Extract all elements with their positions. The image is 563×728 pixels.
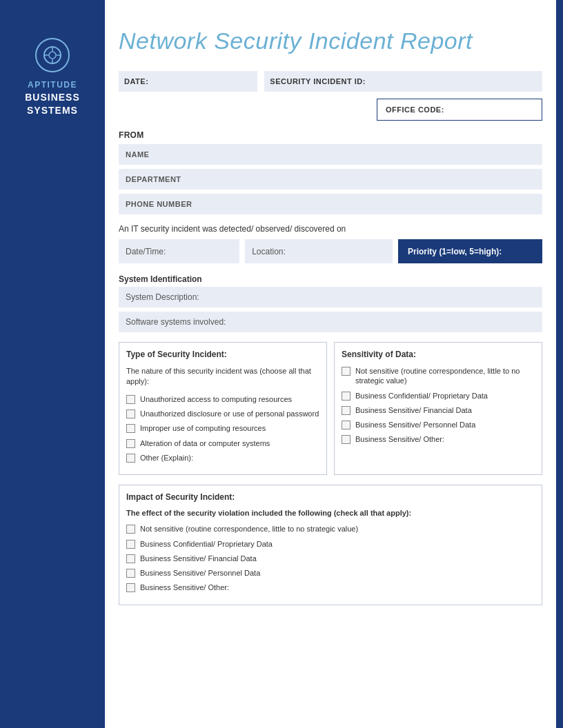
company-name: APTITUDE BUSINESS SYSTEMS [25,79,80,118]
report-title: Network Security Incident Report [119,28,542,54]
sensitivity-box: Sensitivity of Data: Not sensitive (rout… [334,342,542,475]
datetime-label: Date/Time: [126,247,166,256]
checkbox-impact-1[interactable] [126,540,135,549]
incident-label-1: Unauthorized disclosure or use of person… [140,409,319,418]
sidebar: APTITUDE BUSINESS SYSTEMS [0,0,105,728]
checkbox-sensitivity-1[interactable] [342,392,350,401]
checkbox-incident-1[interactable] [126,410,135,418]
incident-label-2: Improper use of computing resources [140,423,266,433]
department-field[interactable]: DEPARTMENT [119,169,542,190]
checkbox-sensitivity-3[interactable] [342,421,350,429]
name-field[interactable]: NAME [119,144,542,165]
two-col-section: Type of Security Incident: The nature of… [119,342,542,475]
datetime-field[interactable]: Date/Time: [119,239,239,263]
checkbox-incident-4[interactable] [126,454,135,463]
incident-type-box: Type of Security Incident: The nature of… [119,342,327,475]
company-logo-icon [35,38,70,72]
checkbox-impact-3[interactable] [126,569,135,578]
scrollbar[interactable] [556,0,563,728]
location-label: Location: [252,247,286,256]
checkbox-incident-0[interactable] [126,395,135,404]
date-label: DATE: [124,77,148,85]
checkbox-sensitivity-4[interactable] [342,435,350,444]
effect-text: The effect of the security violation inc… [126,509,535,517]
phone-label: PHONE NUMBER [126,200,192,208]
list-item: Business Sensitive/ Financial Data [342,405,535,415]
list-item: Not sensitive (routine correspondence, l… [126,524,535,534]
sensitivity-label-0: Not sensitive (routine correspondence, l… [355,366,535,386]
impact-label-3: Business Sensitive/ Personnel Data [140,568,260,578]
checkbox-sensitivity-2[interactable] [342,406,350,415]
incident-label-4: Other (Explain): [140,453,193,463]
sensitivity-label-2: Business Sensitive/ Financial Data [355,405,472,415]
incident-id-block: SECURITY INCIDENT ID: [264,71,542,92]
list-item: Business Sensitive/ Personnel Data [126,568,535,578]
software-field[interactable]: Software systems involved: [119,312,542,332]
impact-label-2: Business Sensitive/ Financial Data [140,554,257,563]
list-item: Business Sensitive/ Other: [126,583,535,592]
date-incident-row: DATE: SECURITY INCIDENT ID: [119,71,542,92]
system-description-label: System Description: [126,292,199,302]
company-line3: SYSTEMS [25,104,80,118]
office-code-field[interactable]: OFFICE CODE: [377,99,542,121]
main-content: Network Security Incident Report DATE: S… [105,0,556,629]
list-item: Business Sensitive/ Personnel Data [342,420,535,429]
office-code-row: OFFICE CODE: [119,99,542,121]
date-field[interactable]: DATE: [119,71,257,92]
incident-type-title: Type of Security Incident: [126,350,319,359]
list-item: Business Confidential/ Proprietary Data [342,391,535,401]
impact-label-1: Business Confidential/ Proprietary Data [140,539,273,549]
location-field[interactable]: Location: [245,239,393,263]
list-item: Unauthorized disclosure or use of person… [126,409,319,418]
sensitivity-label-3: Business Sensitive/ Personnel Data [355,420,475,429]
checkbox-incident-2[interactable] [126,424,135,433]
from-label: FROM [119,130,542,140]
impact-title: Impact of Security Incident: [126,492,535,502]
list-item: Business Confidential/ Proprietary Data [126,539,535,549]
priority-label: Priority (1=low, 5=high): [408,247,502,256]
list-item: Alteration of data or computer systems [126,438,319,448]
checkbox-incident-3[interactable] [126,439,135,448]
list-item: Other (Explain): [126,453,319,463]
list-item: Not sensitive (routine correspondence, l… [342,366,535,386]
impact-label-0: Not sensitive (routine correspondence, l… [140,524,358,534]
priority-field[interactable]: Priority (1=low, 5=high): [398,239,542,263]
company-line2: BUSINESS [25,91,80,105]
name-label: NAME [126,150,149,159]
company-line1: APTITUDE [25,79,80,91]
incident-label-0: Unauthorized access to computing resourc… [140,394,292,404]
checkbox-sensitivity-0[interactable] [342,367,350,376]
svg-point-1 [49,52,56,59]
phone-field[interactable]: PHONE NUMBER [119,194,542,214]
system-identification-header: System Identification [119,274,542,284]
date-block: DATE: [119,71,257,92]
list-item: Improper use of computing resources [126,423,319,433]
list-item: Business Sensitive/ Other: [342,434,535,444]
incident-id-field[interactable]: SECURITY INCIDENT ID: [264,71,542,92]
department-label: DEPARTMENT [126,175,181,183]
list-item: Unauthorized access to computing resourc… [126,394,319,404]
sensitivity-label-1: Business Confidential/ Proprietary Data [355,391,488,401]
checkbox-impact-2[interactable] [126,554,135,563]
checkbox-impact-4[interactable] [126,583,135,592]
checkbox-impact-0[interactable] [126,525,135,534]
software-label: Software systems involved: [126,317,226,327]
system-description-field[interactable]: System Description: [119,287,542,307]
detected-text: An IT security incident was detected/ ob… [119,224,542,234]
incident-id-label: SECURITY INCIDENT ID: [270,77,366,85]
sensitivity-label-4: Business Sensitive/ Other: [355,434,444,444]
nature-text: The nature of this security incident was… [126,366,319,387]
office-code-label: OFFICE CODE: [386,105,444,114]
impact-label-4: Business Sensitive/ Other: [140,583,229,592]
impact-section: Impact of Security Incident: The effect … [119,485,542,605]
sensitivity-title: Sensitivity of Data: [342,350,535,359]
list-item: Business Sensitive/ Financial Data [126,554,535,563]
detected-row: Date/Time: Location: Priority (1=low, 5=… [119,239,542,263]
incident-label-3: Alteration of data or computer systems [140,438,270,448]
